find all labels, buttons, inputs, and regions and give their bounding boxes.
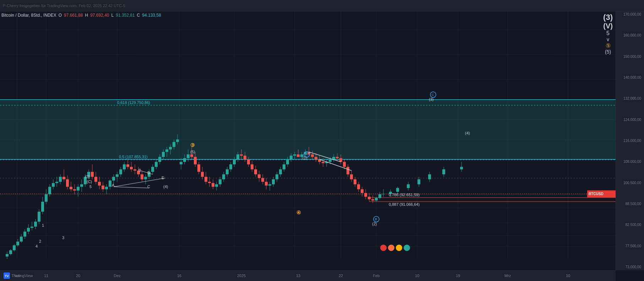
top-bar: P-Cherry freigegeben für TradingView.com… (0, 0, 644, 11)
price-730: 73.000,00 (617, 265, 643, 269)
svg-text:Dez: Dez (114, 274, 121, 278)
svg-text:16: 16 (177, 274, 181, 278)
svg-text:10: 10 (566, 274, 570, 278)
price-775: 77.500,00 (617, 244, 643, 248)
svg-text:13: 13 (296, 274, 300, 278)
price-150: 150.000,00 (617, 55, 643, 59)
price-825: 82.500,00 (617, 223, 643, 227)
svg-text:11: 11 (44, 274, 48, 278)
tradingview-logo: TV TradingView (4, 272, 33, 279)
open-value: 97.661,88 (64, 13, 83, 18)
low-value: 91.352,81 (116, 13, 135, 18)
watermark-topbar: P-Cherry freigegeben für TradingView.com… (3, 4, 125, 8)
svg-text:2025: 2025 (237, 274, 246, 278)
svg-text:22: 22 (339, 274, 343, 278)
low-label: L (111, 13, 114, 18)
time-axis: Nov 11 20 Dez 16 2025 13 22 Feb 10 19 Mr… (0, 270, 616, 281)
pair-label: Bitcoin / Dollar, 8Std., INDEX (1, 13, 56, 18)
price-axis: 170.000,00 160.000,00 150.000,00 140.000… (616, 11, 644, 270)
price-132: 132.000,00 (617, 97, 643, 100)
svg-text:Mrz: Mrz (504, 274, 511, 278)
price-140: 140.000,00 (617, 76, 643, 79)
svg-text:10: 10 (415, 274, 419, 278)
ohlc-header: Bitcoin / Dollar, 8Std., INDEX O97.661,8… (1, 13, 161, 18)
price-108: 108.000,00 (617, 160, 643, 164)
close-value: 94.133,58 (142, 13, 161, 18)
price-160: 160.000,00 (617, 34, 643, 37)
price-116: 116.000,00 (617, 139, 643, 143)
svg-text:TV: TV (5, 274, 9, 278)
svg-text:20: 20 (76, 274, 80, 278)
tradingview-text: TradingView (11, 274, 33, 278)
chart-canvas (0, 0, 616, 259)
high-value: 97.692,40 (90, 13, 109, 18)
price-1005: 100.500,00 (617, 181, 643, 185)
close-label: C (137, 13, 140, 18)
price-885: 88.500,00 (617, 202, 643, 206)
open-label: O (59, 13, 62, 18)
price-170: 170.000,00 (617, 13, 643, 16)
svg-text:Feb: Feb (373, 274, 380, 278)
high-label: H (85, 13, 88, 18)
svg-text:19: 19 (456, 274, 460, 278)
tradingview-icon: TV (4, 272, 10, 279)
price-124: 124.000,00 (617, 118, 643, 122)
